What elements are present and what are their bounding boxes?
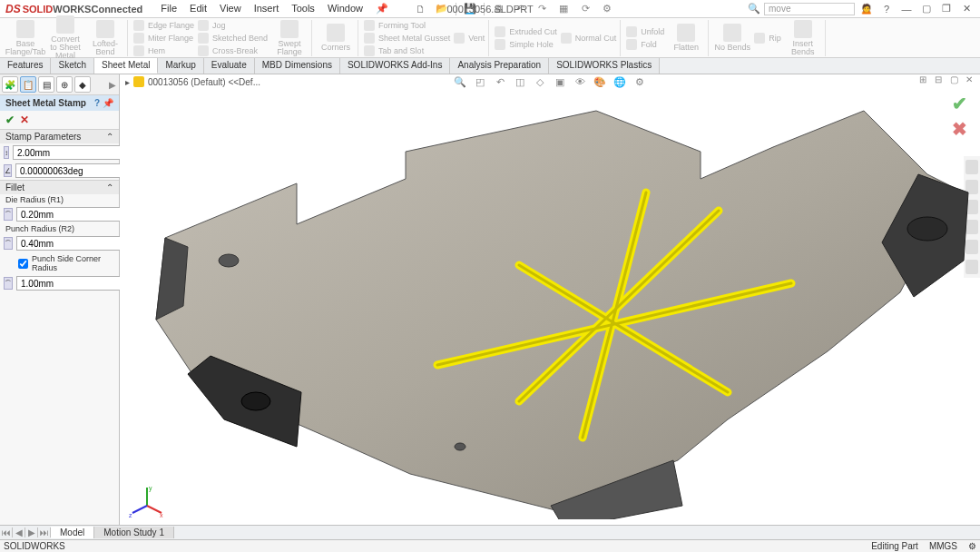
pm-help-icon[interactable]: ? [94,98,100,108]
logo-ds-icon: DS [5,3,21,15]
tab-mbd-dimensions[interactable]: MBD Dimensions [255,58,340,74]
menu-insert[interactable]: Insert [249,1,285,16]
cmd-sketched-bend: Sketched Bend [198,32,268,44]
die-radius-icon: ⌒ [4,208,13,221]
qat-new-icon[interactable]: 🗋 [412,2,428,16]
menu-window[interactable]: Window [322,1,368,16]
restore-icon[interactable]: ▢ [918,2,935,16]
tab-evaluate[interactable]: Evaluate [204,58,255,74]
cmd-gusset: Sheet Metal Gusset [364,32,450,44]
panel-tab-feature-tree-icon[interactable]: 🧩 [2,76,18,93]
collapse-icon: ⌃ [106,182,113,192]
tab-features[interactable]: Features [0,58,51,74]
status-app-name: SOLIDWORKS [4,541,65,551]
status-customize-icon[interactable]: ⚙ [968,541,976,551]
property-manager-panel: 🧩 📋 ▤ ⊕ ◆ ▶ Sheet Metal Stamp ? 📌 ✔ ✕ St… [0,74,120,536]
status-bar: SOLIDWORKS Editing Part MMGS ⚙ [0,539,980,552]
svg-line-11 [132,506,147,513]
panel-tab-config-icon[interactable]: ▤ [38,76,54,93]
bottom-tab-motion-study[interactable]: Motion Study 1 [94,527,174,538]
cmd-jog: Jog [198,19,268,31]
svg-point-6 [241,392,270,410]
tab-markup[interactable]: Markup [158,58,203,74]
cmd-lofted-bend: Lofted-Bend [87,20,123,56]
search-icon[interactable]: 🔍 [748,3,760,15]
panel-tab-property-manager-icon[interactable]: 📋 [20,76,36,93]
command-manager-tabs: Features Sketch Sheet Metal Markup Evalu… [0,58,980,74]
logo-suffix-text: Connected [91,4,142,15]
die-radius-label: Die Radius (R1) [0,194,119,205]
tab-sketch[interactable]: Sketch [51,58,94,74]
pm-cancel-button[interactable]: ✕ [20,113,29,126]
cmd-convert-sheet-metal: Convert to Sheet Metal [47,15,83,60]
graphics-area[interactable]: ▸ 00013056 (Default) <<Def... 🔍 ◰ ↶ ◫ ◇ … [120,74,980,536]
bottom-tab-strip: ⏮ ◀ ▶ ⏭ Model Motion Study 1 [0,525,980,539]
bottom-tab-model[interactable]: Model [51,527,94,538]
tab-sheet-metal[interactable]: Sheet Metal [94,58,158,74]
qat-redo-icon[interactable]: ↷ [534,2,550,16]
title-right-zone: 🔍 🙍 ? — ▢ ❐ ✕ [748,2,980,16]
svg-text:x: x [160,512,163,518]
tab-solidworks-plastics[interactable]: SOLIDWORKS Plastics [549,58,660,74]
logo-solid-text: SOLID [23,4,54,15]
panel-tab-display-icon[interactable]: ◆ [74,76,91,93]
svg-point-8 [455,443,466,450]
cmd-fold: Fold [626,38,664,50]
app-logo: DS SOLID WORKS Connected [0,3,148,15]
tab-analysis-preparation[interactable]: Analysis Preparation [450,58,549,74]
panel-tab-dimxpert-icon[interactable]: ⊕ [56,76,73,93]
pm-confirm-row: ✔ ✕ [0,111,119,129]
cmd-forming-tool: Forming Tool [364,19,450,31]
minimize-icon[interactable]: — [898,2,915,16]
help-icon[interactable]: ? [878,2,895,16]
notifications-icon[interactable]: 🙍 [858,2,875,16]
bottom-nav-last-icon[interactable]: ⏭ [38,527,51,537]
cmd-unfold: Unfold [626,25,664,37]
qat-select-icon[interactable]: ▦ [555,2,572,16]
close-icon[interactable]: ✕ [958,2,975,16]
cmd-flatten: Flatten [668,24,704,52]
cmd-cross-break: Cross-Break [198,44,268,56]
qat-rebuild-icon[interactable]: ⟳ [577,2,593,16]
status-units[interactable]: MMGS [929,541,957,551]
main-area: 🧩 📋 ▤ ⊕ ◆ ▶ Sheet Metal Stamp ? 📌 ✔ ✕ St… [0,74,980,536]
menu-pin-icon[interactable]: 📌 [370,1,394,16]
pm-section-stamp-parameters[interactable]: Stamp Parameters⌃ [0,129,119,143]
qat-options-icon[interactable]: ⚙ [599,2,615,16]
cascade-icon[interactable]: ❐ [938,2,955,16]
cmd-extruded-cut: Extruded Cut [495,25,557,37]
pm-pin-icon[interactable]: 📌 [103,98,113,108]
stamp-depth-input[interactable] [13,145,137,160]
bottom-nav-first-icon[interactable]: ⏮ [0,527,13,537]
bottom-nav-prev-icon[interactable]: ◀ [13,527,25,537]
pm-section-fillet[interactable]: Fillet⌃ [0,180,119,194]
cmd-edge-flange: Edge Flange [133,19,194,31]
menu-view[interactable]: View [214,1,247,16]
punch-side-corner-checkbox[interactable]: Punch Side Corner Radius [0,252,119,274]
bottom-nav-next-icon[interactable]: ▶ [25,527,38,537]
menu-bar: File Edit View Insert Tools Window 📌 [155,1,394,16]
corner-radius-icon: ⌒ [4,277,13,290]
tab-solidworks-addins[interactable]: SOLIDWORKS Add-Ins [340,58,450,74]
tree-expand-icon[interactable]: ▸ [125,77,130,87]
svg-point-5 [907,217,947,241]
cmd-simple-hole: Simple Hole [495,38,557,50]
model-view[interactable] [138,84,973,519]
panel-tab-icons: 🧩 📋 ▤ ⊕ ◆ [0,74,119,95]
pm-feature-name: Sheet Metal Stamp [5,98,86,108]
cmd-miter-flange: Miter Flange [133,32,194,44]
command-search-input[interactable] [764,3,855,15]
command-ribbon: Base Flange/Tab Convert to Sheet Metal L… [0,18,980,58]
orientation-triad[interactable]: y x z [129,483,165,519]
cmd-rip: Rip [754,32,781,44]
status-mode: Editing Part [871,541,918,551]
punch-radius-icon: ⌒ [4,237,13,250]
pm-ok-button[interactable]: ✔ [5,113,15,126]
fly-out-toggle[interactable]: ▶ [109,80,116,90]
menu-tools[interactable]: Tools [286,1,320,16]
punch-radius-label: Punch Radius (R2) [0,223,119,234]
menu-edit[interactable]: Edit [184,1,212,16]
punch-side-corner-check-input[interactable] [18,259,28,269]
cmd-vent: Vent [454,32,485,44]
menu-file[interactable]: File [155,1,182,16]
